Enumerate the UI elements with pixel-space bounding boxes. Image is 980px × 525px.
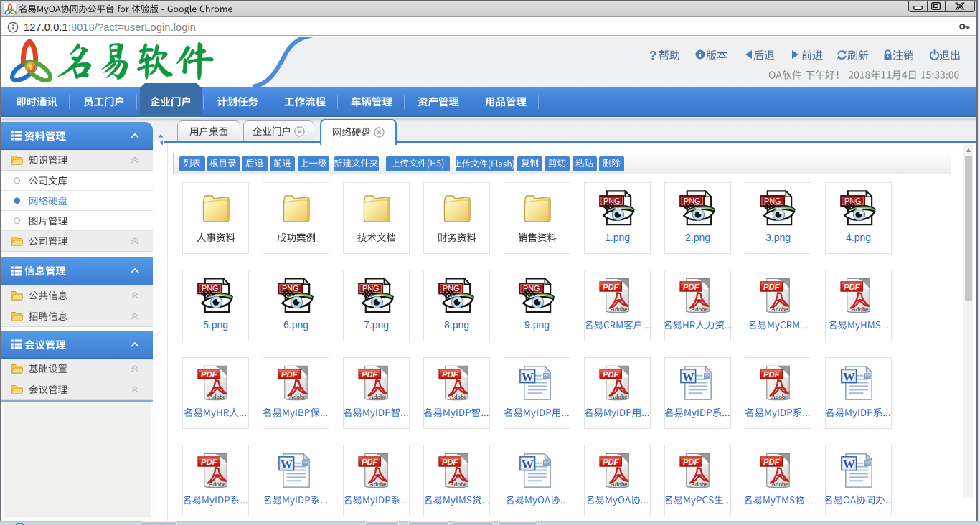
svg-text:?: ? xyxy=(649,49,656,62)
